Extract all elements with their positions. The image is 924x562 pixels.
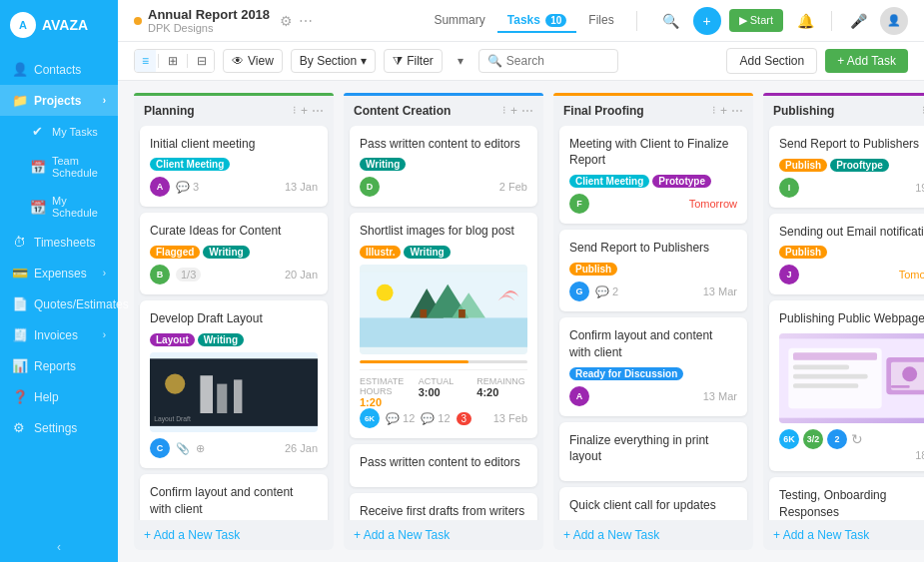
- sidebar-item-settings[interactable]: ⚙ Settings: [0, 412, 118, 443]
- comment-icon: 💬 12: [386, 412, 415, 425]
- sidebar-item-projects[interactable]: 📁 Projects ›: [0, 85, 118, 116]
- add-task-button[interactable]: + Add Task: [825, 49, 908, 73]
- app-logo[interactable]: A AVAZA: [0, 0, 118, 50]
- count-badge1: 3/2: [803, 429, 823, 449]
- more-icon[interactable]: ⋯: [299, 13, 313, 29]
- card-publishing-3[interactable]: Testing, Onboarding Responses: [769, 477, 924, 520]
- card-footer-publishing-1: JTomorrow: [779, 265, 924, 284]
- chart-view-btn[interactable]: ⊟: [190, 50, 214, 72]
- card-footer-planning-0: A💬 313 Jan: [150, 177, 318, 197]
- project-status-dot: [134, 17, 142, 25]
- col-add-icon[interactable]: +: [510, 104, 517, 118]
- search-icon-btn[interactable]: 🔍: [657, 7, 685, 35]
- card-publishing-1[interactable]: Sending out Email notificationsPublishJT…: [769, 214, 924, 295]
- sidebar-label-contacts: Contacts: [34, 63, 81, 77]
- search-icon: 🔍: [487, 54, 502, 68]
- card-final-proofing-3[interactable]: Finalize everything in print layout: [559, 422, 747, 482]
- sidebar-item-my-tasks[interactable]: ✔ My Tasks: [0, 116, 118, 147]
- project-info: Annual Report 2018 DPK Designs: [148, 7, 270, 34]
- card-planning-0[interactable]: Initial client meetingClient MeetingA💬 3…: [140, 126, 328, 208]
- add-new-task-btn-planning[interactable]: + Add a New Task: [134, 520, 334, 550]
- card-publishing-2[interactable]: Publishing Public Webpages 6K 3/2 2: [769, 300, 924, 471]
- sidebar-item-reports[interactable]: 📊 Reports: [0, 350, 118, 381]
- mic-icon-btn[interactable]: 🎤: [844, 7, 872, 35]
- cards-container-publishing: Send Report to PublishersPublishProoftyp…: [763, 126, 924, 520]
- nav-tasks[interactable]: Tasks 10: [497, 9, 577, 33]
- tag: Client Meeting: [569, 175, 649, 188]
- card-planning-1[interactable]: Curate Ideas for ContentFlaggedWritingB1…: [140, 213, 328, 294]
- card-content-creation-1[interactable]: Shortlist images for blog postIllustr.Wr…: [350, 213, 537, 438]
- col-info-icon[interactable]: ⁝: [712, 104, 716, 117]
- card-final-proofing-4[interactable]: Quick client call for updatesWritingH1/3…: [559, 487, 747, 520]
- column-planning: Planning ⁝ + ⋯ Initial client meetingCli…: [134, 93, 334, 550]
- list-view-btn[interactable]: ≡: [135, 50, 156, 72]
- project-title-area: Annual Report 2018 DPK Designs ⚙ ⋯: [134, 7, 313, 34]
- start-button[interactable]: ▶ Start: [729, 9, 783, 32]
- view-selector[interactable]: 👁 View: [223, 49, 283, 73]
- gear-icon[interactable]: ⚙: [280, 13, 293, 29]
- logo-icon: A: [10, 12, 36, 38]
- bell-icon-btn[interactable]: 🔔: [791, 7, 819, 35]
- card-date: 13 Feb: [493, 412, 527, 424]
- filter-button[interactable]: ⧩ Filter: [384, 49, 443, 73]
- col-more-icon[interactable]: ⋯: [312, 104, 324, 118]
- chevron-down-icon: ▾: [361, 54, 367, 68]
- arrow-icon: ›: [103, 95, 106, 106]
- col-actions-content-creation: + ⋯: [510, 104, 533, 118]
- sidebar-label-my-tasks: My Tasks: [52, 126, 98, 138]
- sidebar-collapse-btn[interactable]: ‹: [0, 532, 118, 562]
- card-footer-final-proofing-2: A13 Mar: [569, 386, 737, 406]
- time-remaining: REMAINNG 4:20: [476, 376, 527, 408]
- card-tags-content-creation-0: Writing: [360, 158, 527, 171]
- sidebar-item-my-schedule[interactable]: 📆 My Schedule: [0, 187, 118, 227]
- col-add-icon[interactable]: +: [720, 104, 727, 118]
- svg-rect-5: [217, 384, 227, 413]
- nav-files[interactable]: Files: [578, 9, 623, 33]
- card-avatar: J: [779, 265, 799, 284]
- nav-summary[interactable]: Summary: [424, 9, 494, 33]
- col-more-icon[interactable]: ⋯: [521, 104, 533, 118]
- card-final-proofing-1[interactable]: Send Report to PublishersPublishG💬 213 M…: [559, 230, 747, 311]
- card-content-creation-2[interactable]: Pass written content to editors: [350, 444, 537, 487]
- col-more-icon[interactable]: ⋯: [731, 104, 743, 118]
- card-planning-2[interactable]: Develop Draft LayoutLayoutWriting Layout…: [140, 300, 328, 468]
- tag: Ready for Discussion: [569, 367, 683, 380]
- sidebar-item-expenses[interactable]: 💳 Expenses ›: [0, 258, 118, 288]
- topbar-nav: Summary Tasks 10 Files: [424, 9, 623, 33]
- card-image: Layout Draft: [150, 352, 318, 432]
- card-final-proofing-0[interactable]: Meeting with Client to Finalize ReportCl…: [559, 126, 747, 225]
- card-content-creation-0[interactable]: Pass written content to editorsWritingD2…: [350, 126, 537, 208]
- sidebar-item-quotes[interactable]: 📄 Quotes/Estimates: [0, 288, 118, 319]
- add-new-task-btn-publishing[interactable]: + Add a New Task: [763, 520, 924, 550]
- more-filter-btn[interactable]: ▾: [451, 50, 470, 72]
- card-planning-3[interactable]: Confirm layout and content with clientRe…: [140, 474, 328, 520]
- col-info-icon[interactable]: ⁝: [502, 104, 506, 117]
- search-input[interactable]: [506, 54, 609, 68]
- add-new-task-btn-final-proofing[interactable]: + Add a New Task: [553, 520, 753, 550]
- sidebar-item-team-schedule[interactable]: 📅 Team Schedule: [0, 147, 118, 187]
- card-final-proofing-2[interactable]: Confirm layout and content with clientRe…: [559, 317, 747, 416]
- sidebar-item-timesheets[interactable]: ⏱ Timesheets: [0, 227, 118, 258]
- column-publishing: Publishing ⁝ + ⋯ Send Report to Publishe…: [763, 93, 924, 550]
- toolbar: ≡ ⊞ ⊟ 👁 View By Section ▾ ⧩ Filter ▾ 🔍 A…: [118, 42, 924, 81]
- sidebar-item-invoices[interactable]: 🧾 Invoices ›: [0, 319, 118, 350]
- project-actions[interactable]: ⚙ ⋯: [280, 13, 313, 29]
- col-info-icon[interactable]: ⁝: [293, 104, 297, 117]
- grid-view-btn[interactable]: ⊞: [161, 50, 185, 72]
- user-avatar[interactable]: 👤: [880, 7, 908, 35]
- card-footer-final-proofing-1: G💬 213 Mar: [569, 281, 737, 301]
- group-by-selector[interactable]: By Section ▾: [291, 49, 376, 73]
- sidebar-item-help[interactable]: ❓ Help: [0, 381, 118, 412]
- sidebar-item-contacts[interactable]: 👤 Contacts: [0, 54, 118, 85]
- avatar-add-btn[interactable]: +: [693, 7, 721, 35]
- search-box[interactable]: 🔍: [478, 49, 618, 73]
- add-section-button[interactable]: Add Section: [726, 48, 817, 74]
- add-new-task-btn-content-creation[interactable]: + Add a New Task: [344, 520, 543, 550]
- card-publishing-0[interactable]: Send Report to PublishersPublishProoftyp…: [769, 126, 924, 208]
- progress-fill: [360, 360, 468, 363]
- card-content-creation-3[interactable]: Receive first drafts from writersLayoutE…: [350, 493, 537, 520]
- col-title-final-proofing: Final Proofing: [563, 104, 708, 118]
- col-add-icon[interactable]: +: [301, 104, 308, 118]
- sidebar-label-reports: Reports: [34, 359, 76, 373]
- card-tags-publishing-0: PublishProoftype: [779, 159, 924, 172]
